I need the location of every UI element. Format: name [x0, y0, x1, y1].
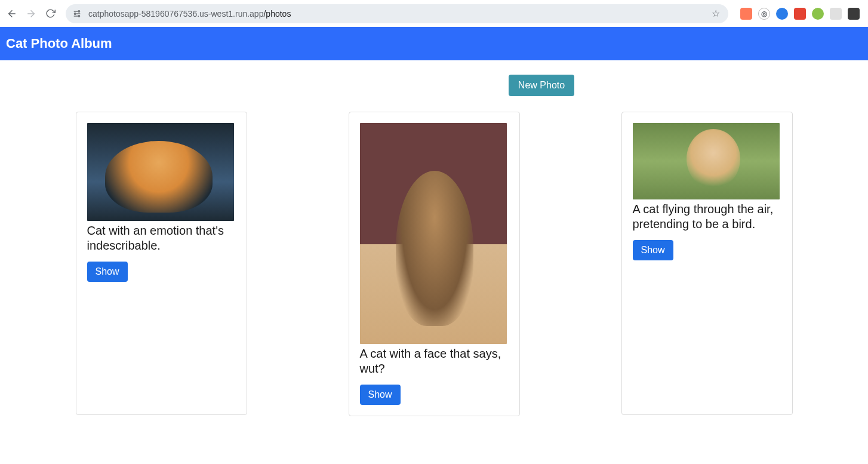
- photo-thumbnail: [87, 123, 234, 221]
- site-settings-icon[interactable]: [72, 8, 82, 19]
- extension-icon[interactable]: [812, 8, 824, 20]
- extension-icon[interactable]: [830, 8, 842, 20]
- svg-point-5: [78, 10, 80, 12]
- reload-icon: [45, 8, 56, 19]
- app-header: Cat Photo Album: [0, 27, 868, 60]
- show-button[interactable]: Show: [633, 240, 673, 260]
- arrow-left-icon: [7, 8, 17, 19]
- address-bar[interactable]: catphotosapp-581960767536.us-west1.run.a…: [66, 4, 728, 23]
- forward-button[interactable]: [23, 5, 39, 22]
- bookmark-star-icon[interactable]: ☆: [712, 8, 720, 19]
- photo-caption: Cat with an emotion that's indescribable…: [87, 223, 236, 253]
- new-photo-button[interactable]: New Photo: [509, 75, 574, 96]
- back-button[interactable]: [4, 5, 20, 22]
- photo-card: Cat with an emotion that's indescribable…: [76, 112, 247, 415]
- new-photo-container: New Photo: [0, 75, 868, 96]
- browser-chrome: catphotosapp-581960767536.us-west1.run.a…: [0, 0, 868, 27]
- photo-grid: Cat with an emotion that's indescribable…: [0, 112, 868, 416]
- extension-icon[interactable]: [740, 8, 752, 20]
- extension-icon[interactable]: ◎: [758, 8, 770, 20]
- photo-thumbnail: [360, 123, 507, 344]
- extension-icon[interactable]: [776, 8, 788, 20]
- photo-caption: A cat flying through the air, pretending…: [633, 202, 781, 232]
- page-content: New Photo Cat with an emotion that's ind…: [0, 60, 868, 440]
- extension-icon[interactable]: [848, 8, 860, 20]
- show-button[interactable]: Show: [360, 385, 401, 405]
- photo-thumbnail: [633, 123, 780, 199]
- photo-caption: A cat with a face that says, wut?: [360, 346, 509, 376]
- photo-card: A cat flying through the air, pretending…: [621, 112, 793, 415]
- url-text: catphotosapp-581960767536.us-west1.run.a…: [88, 9, 706, 19]
- extension-icon[interactable]: [794, 8, 806, 20]
- reload-button[interactable]: [42, 5, 59, 22]
- arrow-right-icon: [26, 8, 36, 19]
- app-title: Cat Photo Album: [6, 36, 112, 51]
- extension-icons: ◎: [735, 8, 864, 20]
- show-button[interactable]: Show: [87, 262, 128, 282]
- svg-point-7: [78, 15, 80, 17]
- photo-card: A cat with a face that says, wut? Show: [349, 112, 520, 416]
- svg-point-6: [74, 13, 76, 14]
